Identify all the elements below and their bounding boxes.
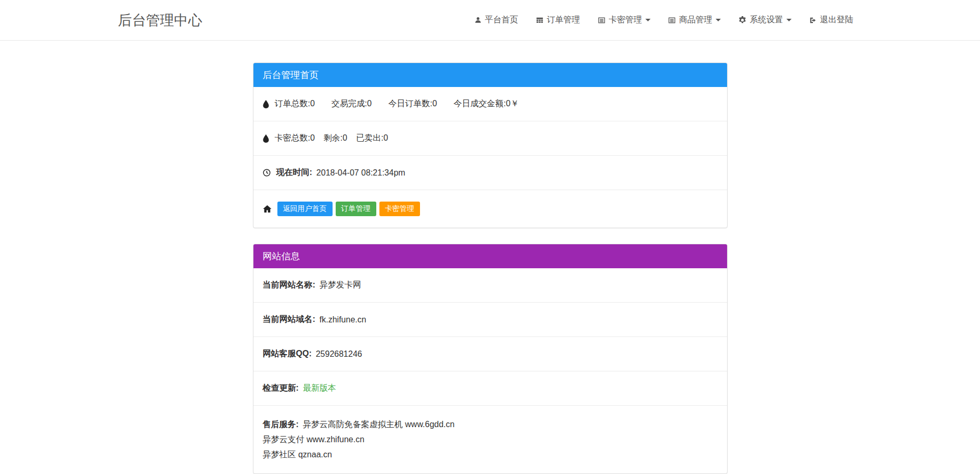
check-update-row: 检查更新: 最新版本 bbox=[253, 371, 727, 405]
home-icon bbox=[263, 205, 272, 213]
dashboard-panel-title: 后台管理首页 bbox=[263, 70, 319, 80]
site-domain-row: 当前网站域名: fk.zhifune.cn bbox=[253, 302, 727, 336]
site-info-panel: 网站信息 当前网站名称: 异梦发卡网 当前网站域名: fk.zhifune.cn… bbox=[253, 244, 728, 474]
site-domain-value: fk.zhifune.cn bbox=[320, 315, 366, 325]
navbar-container: 后台管理中心 平台首页 订单管理 卡密管理 bbox=[118, 0, 862, 40]
dashboard-panel: 后台管理首页 订单总数:0 交易完成:0 今日订单数:0 今日成交金额:0￥ 卡… bbox=[253, 63, 728, 228]
after-sales-host-value: 异梦云高防免备案虚拟主机 www.6gdd.cn bbox=[303, 420, 455, 429]
after-sales-row: 售后服务:异梦云高防免备案虚拟主机 www.6gdd.cn 异梦云支付 www.… bbox=[253, 405, 727, 473]
after-sales-line-3: 异梦社区 qznaa.cn bbox=[263, 447, 718, 463]
main-content: 后台管理首页 订单总数:0 交易完成:0 今日订单数:0 今日成交金额:0￥ 卡… bbox=[253, 63, 728, 474]
site-name-value: 异梦发卡网 bbox=[320, 280, 361, 291]
stat-total-cards: 卡密总数:0 bbox=[275, 133, 315, 144]
current-time-value: 2018-04-07 08:21:34pm bbox=[316, 168, 405, 178]
nav-item-label: 系统设置 bbox=[750, 15, 783, 26]
back-to-user-home-button[interactable]: 返回用户首页 bbox=[277, 202, 333, 216]
stat-today-amount: 今日成交金额:0￥ bbox=[454, 98, 519, 109]
nav-item-system-settings-dropdown[interactable]: 系统设置 bbox=[730, 15, 800, 26]
site-info-panel-header: 网站信息 bbox=[253, 244, 727, 268]
site-domain-label: 当前网站域名: bbox=[263, 314, 315, 325]
stat-total-orders: 订单总数:0 bbox=[275, 98, 315, 109]
chevron-down-icon bbox=[786, 19, 792, 21]
nav-item-label: 退出登陆 bbox=[820, 15, 854, 26]
droplet-icon bbox=[263, 134, 269, 143]
order-stats-row: 订单总数:0 交易完成:0 今日订单数:0 今日成交金额:0￥ bbox=[253, 87, 727, 121]
latest-version-link[interactable]: 最新版本 bbox=[303, 383, 336, 394]
user-icon bbox=[475, 17, 481, 23]
current-time-row: 现在时间: 2018-04-07 08:21:34pm bbox=[253, 155, 727, 190]
nav-item-logout[interactable]: 退出登陆 bbox=[800, 15, 862, 26]
service-qq-label: 网站客服QQ: bbox=[263, 348, 312, 359]
nav-item-order-management[interactable]: 订单管理 bbox=[527, 15, 589, 26]
stat-today-orders: 今日订单数:0 bbox=[388, 98, 437, 109]
site-info-panel-title: 网站信息 bbox=[263, 251, 300, 261]
main-nav: 平台首页 订单管理 卡密管理 商品管理 bbox=[466, 15, 862, 26]
list-alt-icon bbox=[598, 17, 605, 24]
chevron-down-icon bbox=[645, 19, 651, 21]
nav-item-label: 平台首页 bbox=[485, 15, 518, 26]
after-sales-line-1: 售后服务:异梦云高防免备案虚拟主机 www.6gdd.cn bbox=[263, 417, 718, 432]
after-sales-line-2: 异梦云支付 www.zhifune.cn bbox=[263, 432, 718, 447]
gear-icon bbox=[739, 16, 746, 24]
order-management-button[interactable]: 订单管理 bbox=[336, 202, 376, 216]
card-stats-row: 卡密总数:0 剩余:0 已卖出:0 bbox=[253, 121, 727, 155]
calendar-icon bbox=[536, 17, 543, 24]
stat-sold-cards: 已卖出:0 bbox=[356, 133, 388, 144]
nav-item-card-management-dropdown[interactable]: 卡密管理 bbox=[589, 15, 659, 26]
nav-item-label: 卡密管理 bbox=[609, 15, 642, 26]
site-name-row: 当前网站名称: 异梦发卡网 bbox=[253, 268, 727, 302]
after-sales-label: 售后服务: bbox=[263, 420, 299, 429]
card-management-button[interactable]: 卡密管理 bbox=[379, 202, 420, 216]
logout-icon bbox=[809, 17, 817, 24]
dashboard-panel-header: 后台管理首页 bbox=[253, 63, 727, 87]
clock-icon bbox=[263, 169, 271, 177]
stat-completed-trades: 交易完成:0 bbox=[332, 98, 372, 109]
brand-title[interactable]: 后台管理中心 bbox=[118, 11, 202, 30]
chevron-down-icon bbox=[716, 19, 721, 21]
droplet-icon bbox=[263, 100, 269, 108]
service-qq-value: 2592681246 bbox=[316, 350, 362, 359]
site-name-label: 当前网站名称: bbox=[263, 280, 315, 291]
check-update-label: 检查更新: bbox=[263, 383, 299, 394]
nav-item-label: 商品管理 bbox=[679, 15, 712, 26]
stat-remaining-cards: 剩余:0 bbox=[324, 133, 347, 144]
service-qq-row: 网站客服QQ: 2592681246 bbox=[253, 336, 727, 371]
quick-links-row: 返回用户首页 订单管理 卡密管理 bbox=[253, 190, 727, 228]
nav-item-product-management-dropdown[interactable]: 商品管理 bbox=[659, 15, 730, 26]
nav-item-platform-home[interactable]: 平台首页 bbox=[466, 15, 527, 26]
nav-item-label: 订单管理 bbox=[547, 15, 580, 26]
list-alt-icon bbox=[668, 17, 676, 24]
top-navbar: 后台管理中心 平台首页 订单管理 卡密管理 bbox=[0, 0, 980, 41]
current-time-label: 现在时间: bbox=[276, 167, 312, 178]
